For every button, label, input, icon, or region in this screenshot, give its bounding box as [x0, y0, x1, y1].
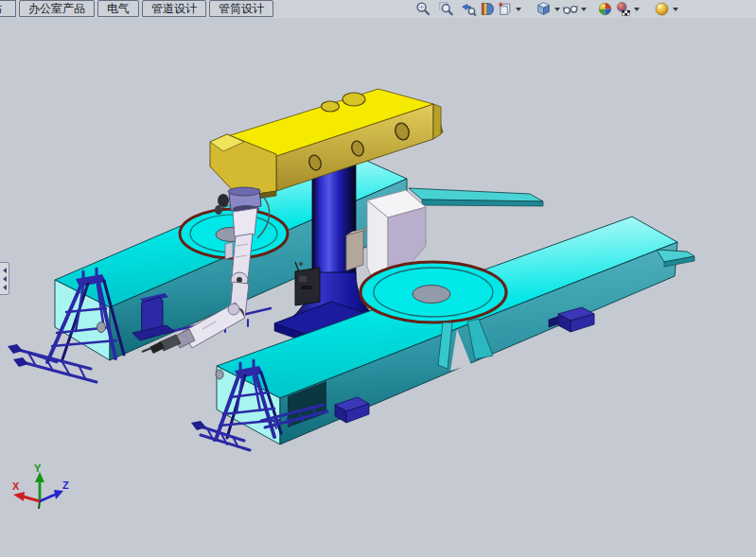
front-beam-ring: [360, 262, 506, 322]
axis-y-label: Y: [34, 462, 42, 474]
heads-up-view-toolbar: [414, 0, 679, 18]
dropdown-caret-icon: [516, 8, 521, 11]
view-settings-ball-icon: [654, 1, 670, 17]
section-view-button[interactable]: [479, 0, 495, 18]
axis-z-label: Z: [62, 479, 69, 491]
tab-label: 管筒设计: [219, 1, 264, 17]
previous-view-button[interactable]: [461, 0, 477, 18]
apply-scene-button[interactable]: [615, 0, 640, 18]
3d-viewport[interactable]: X Y Z: [0, 0, 756, 557]
tab-office-products[interactable]: 办公室产品: [19, 0, 95, 17]
tab-label: 办公室产品: [28, 1, 85, 17]
view-settings-button[interactable]: [654, 0, 678, 18]
tab-label: 电气: [107, 1, 130, 17]
tab-electrical[interactable]: 电气: [97, 0, 139, 17]
command-tabs: 估 办公室产品 电气 管道设计 管筒设计: [0, 0, 276, 18]
left-arrow-icon: [3, 268, 7, 273]
tab-label: 管道设计: [151, 1, 197, 17]
dropdown-caret-icon: [554, 8, 560, 11]
hide-show-items-glasses-icon: [562, 1, 578, 17]
zoom-to-area-button[interactable]: [438, 0, 454, 18]
section-view-icon: [479, 1, 495, 17]
edit-appearance-ball-icon: [597, 1, 613, 17]
edit-appearance-button[interactable]: [597, 0, 613, 18]
hide-show-items-button[interactable]: [562, 0, 587, 18]
view-orientation-cube-icon: [536, 1, 552, 17]
left-arrow-icon: [3, 276, 7, 282]
zoom-to-fit-button[interactable]: [415, 0, 431, 18]
dropdown-caret-icon: [673, 8, 678, 11]
zoom-to-area-icon: [438, 1, 454, 17]
view-orientation-button[interactable]: [536, 0, 560, 18]
tab-label: 估: [0, 1, 15, 17]
dropdown-caret-icon: [634, 8, 640, 11]
tab-piping-design[interactable]: 管道设计: [142, 0, 206, 17]
apply-scene-icon: [615, 1, 631, 17]
application-window: X Y Z 估 办公室产品 电气 管道设计 管筒设计: [0, 0, 756, 557]
left-arrow-icon: [3, 285, 7, 290]
tab-evaluate-partial[interactable]: 估: [0, 0, 16, 17]
annotation-views-icon: [497, 1, 513, 17]
axis-x-label: X: [12, 480, 20, 492]
tab-tubing-design[interactable]: 管筒设计: [209, 0, 273, 17]
previous-view-icon: [461, 1, 477, 17]
dynamic-annotation-views-button[interactable]: [497, 0, 521, 18]
zoom-to-fit-icon: [415, 1, 431, 17]
dropdown-caret-icon: [581, 8, 587, 11]
panel-expand-button[interactable]: [0, 262, 9, 295]
